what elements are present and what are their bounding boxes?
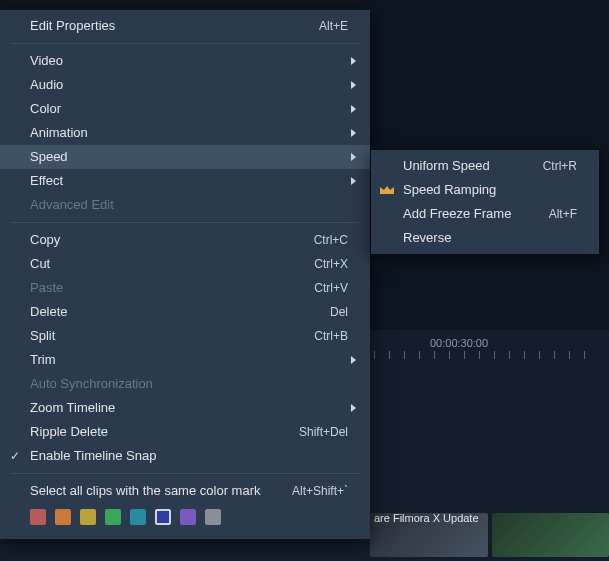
menu-label: Zoom Timeline [30,396,345,420]
check-icon: ✓ [10,444,20,468]
submenu-arrow-icon [351,129,356,137]
menu-accel: Del [330,300,356,324]
menu-delete[interactable]: Delete Del [0,300,370,324]
submenu-speed-ramping[interactable]: Speed Ramping [371,178,599,202]
menu-accel: Alt+F [549,202,585,226]
submenu-arrow-icon [351,404,356,412]
menu-label: Copy [30,228,314,252]
color-swatch[interactable] [130,509,146,525]
separator [10,43,360,44]
menu-zoom-timeline[interactable]: Zoom Timeline [0,396,370,420]
color-swatch-row [0,503,370,535]
submenu-arrow-icon [351,105,356,113]
menu-label: Enable Timeline Snap [30,444,356,468]
context-menu: Edit Properties Alt+E Video Audio Color … [0,10,370,539]
submenu-arrow-icon [351,356,356,364]
menu-label: Video [30,49,345,73]
menu-label: Ripple Delete [30,420,299,444]
submenu-add-freeze-frame[interactable]: Add Freeze Frame Alt+F [371,202,599,226]
separator [10,473,360,474]
submenu-arrow-icon [351,57,356,65]
menu-label: Speed Ramping [403,178,585,202]
menu-effect[interactable]: Effect [0,169,370,193]
color-swatch[interactable] [105,509,121,525]
menu-accel: Alt+E [319,14,356,38]
menu-label: Audio [30,73,345,97]
menu-accel: Ctrl+C [314,228,356,252]
crown-icon [379,184,395,196]
menu-label: Trim [30,348,345,372]
color-swatch[interactable] [55,509,71,525]
color-swatch[interactable] [30,509,46,525]
menu-accel: Ctrl+X [314,252,356,276]
menu-color[interactable]: Color [0,97,370,121]
menu-advanced-edit: Advanced Edit [0,193,370,217]
submenu-reverse[interactable]: Reverse [371,226,599,250]
menu-trim[interactable]: Trim [0,348,370,372]
menu-animation[interactable]: Animation [0,121,370,145]
menu-accel: Ctrl+V [314,276,356,300]
menu-speed[interactable]: Speed [0,145,370,169]
menu-accel: Shift+Del [299,420,356,444]
menu-enable-timeline-snap[interactable]: ✓ Enable Timeline Snap [0,444,370,468]
menu-label: Select all clips with the same color mar… [30,479,292,503]
color-swatch[interactable] [80,509,96,525]
menu-label: Split [30,324,314,348]
menu-label: Effect [30,169,345,193]
menu-auto-synchronization: Auto Synchronization [0,372,370,396]
menu-label: Advanced Edit [30,193,356,217]
menu-accel: Ctrl+B [314,324,356,348]
menu-label: Color [30,97,345,121]
menu-label: Animation [30,121,345,145]
menu-audio[interactable]: Audio [0,73,370,97]
menu-accel: Ctrl+R [543,154,585,178]
menu-cut[interactable]: Cut Ctrl+X [0,252,370,276]
submenu-uniform-speed[interactable]: Uniform Speed Ctrl+R [371,154,599,178]
menu-split[interactable]: Split Ctrl+B [0,324,370,348]
menu-label: Reverse [403,226,585,250]
menu-label: Edit Properties [30,14,319,38]
color-swatch[interactable] [155,509,171,525]
menu-label: Auto Synchronization [30,372,356,396]
submenu-arrow-icon [351,177,356,185]
menu-label: Paste [30,276,314,300]
menu-label: Delete [30,300,330,324]
timeline-ruler: 00:00:30:00 [370,335,609,361]
speed-submenu: Uniform Speed Ctrl+R Speed Ramping Add F… [371,150,599,254]
menu-label: Speed [30,145,345,169]
clip-thumbnail[interactable] [492,513,610,557]
menu-label: Cut [30,252,314,276]
menu-select-color-mark[interactable]: Select all clips with the same color mar… [0,479,370,503]
clip-title-label: are Filmora X Update [374,512,479,524]
submenu-arrow-icon [351,153,356,161]
menu-label: Uniform Speed [403,154,543,178]
menu-paste: Paste Ctrl+V [0,276,370,300]
separator [10,222,360,223]
color-swatch[interactable] [180,509,196,525]
color-swatch[interactable] [205,509,221,525]
submenu-arrow-icon [351,81,356,89]
menu-copy[interactable]: Copy Ctrl+C [0,228,370,252]
menu-ripple-delete[interactable]: Ripple Delete Shift+Del [0,420,370,444]
menu-accel: Alt+Shift+` [292,479,356,503]
timecode-label: 00:00:30:00 [430,337,488,349]
menu-edit-properties[interactable]: Edit Properties Alt+E [0,14,370,38]
menu-video[interactable]: Video [0,49,370,73]
menu-label: Add Freeze Frame [403,202,549,226]
